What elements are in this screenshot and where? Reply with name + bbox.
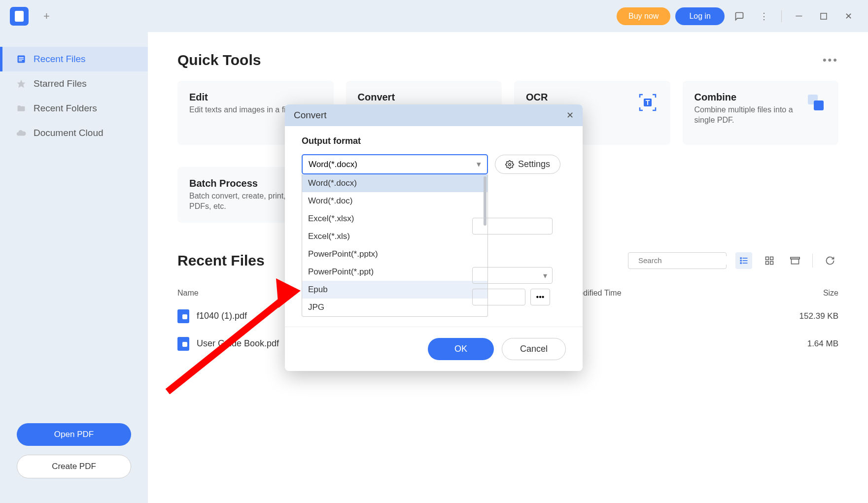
ocr-icon: T <box>637 92 659 113</box>
archive-icon[interactable] <box>787 252 803 269</box>
format-option[interactable]: Excel(*.xls) <box>302 228 487 245</box>
output-path-input[interactable] <box>472 218 553 235</box>
minimize-icon[interactable]: ─ <box>789 6 809 26</box>
more-options-button[interactable]: ••• <box>530 289 550 305</box>
grid-view-icon[interactable] <box>761 252 778 269</box>
svg-point-23 <box>509 163 511 166</box>
ok-button[interactable]: OK <box>428 338 494 360</box>
svg-rect-3 <box>19 59 24 60</box>
sidebar-item-label: Starred Files <box>34 78 87 89</box>
refresh-icon[interactable] <box>822 252 838 269</box>
buy-now-button[interactable]: Buy now <box>617 7 670 25</box>
pdf-file-icon <box>177 337 189 351</box>
recent-files-title: Recent Files <box>177 252 265 269</box>
col-modified: Modified Time <box>572 289 769 298</box>
more-icon[interactable]: ••• <box>823 54 838 67</box>
svg-rect-4 <box>19 61 22 62</box>
sidebar: Recent Files Starred Files Recent Folder… <box>0 32 148 503</box>
settings-label: Settings <box>518 159 550 169</box>
combine-icon <box>805 92 827 113</box>
format-option[interactable]: JPG <box>302 299 487 316</box>
sidebar-item-recent-folders[interactable]: Recent Folders <box>0 96 148 121</box>
sidebar-item-label: Recent Folders <box>34 103 97 114</box>
cloud-icon <box>16 128 27 138</box>
svg-rect-22 <box>792 259 799 264</box>
dialog-title: Convert <box>294 110 327 121</box>
format-select[interactable]: Word(*.docx) ▾ <box>302 154 488 174</box>
sidebar-item-label: Recent Files <box>34 54 86 65</box>
format-selected-value: Word(*.docx) <box>309 160 357 169</box>
file-name-label: f1040 (1).pdf <box>197 311 247 321</box>
file-size: 152.39 KB <box>769 311 838 321</box>
titlebar-right: Buy now Log in ⋮ ─ ✕ <box>617 6 858 26</box>
sidebar-item-document-cloud[interactable]: Document Cloud <box>0 121 148 145</box>
format-option[interactable]: Word(*.docx) <box>302 174 487 192</box>
titlebar-left: + <box>10 7 50 26</box>
svg-rect-21 <box>770 261 773 264</box>
format-option[interactable]: PowerPoint(*.ppt) <box>302 263 487 281</box>
format-dropdown: Word(*.docx) Word(*.doc) Excel(*.xlsx) E… <box>302 174 488 317</box>
search-input[interactable] <box>638 256 732 265</box>
tool-title: Edit <box>189 92 322 103</box>
open-pdf-button[interactable]: Open PDF <box>17 423 131 446</box>
svg-rect-20 <box>766 261 769 264</box>
tool-title: Convert <box>358 92 490 103</box>
search-box[interactable] <box>628 252 727 269</box>
sidebar-item-starred-files[interactable]: Starred Files <box>0 71 148 96</box>
recent-files-icon <box>16 54 27 65</box>
file-size: 1.64 MB <box>769 339 838 349</box>
page-selector[interactable]: ▾ <box>472 267 553 284</box>
file-name-label: User Guide Book.pdf <box>197 338 279 349</box>
dialog-footer: OK Cancel <box>285 327 583 371</box>
comment-icon[interactable] <box>729 6 749 26</box>
svg-rect-2 <box>19 57 24 58</box>
format-option[interactable]: Excel(*.xlsx) <box>302 210 487 228</box>
page-from-input[interactable] <box>472 289 525 305</box>
list-view-icon[interactable] <box>735 252 752 269</box>
format-option[interactable]: PowerPoint(*.pptx) <box>302 245 487 263</box>
output-format-label: Output format <box>302 136 566 146</box>
tool-title: OCR <box>526 92 637 103</box>
svg-rect-19 <box>770 257 773 260</box>
quick-tools-title: Quick Tools <box>177 52 261 68</box>
new-tab-button[interactable]: + <box>43 10 50 23</box>
chevron-down-icon: ▾ <box>477 159 481 169</box>
svg-rect-18 <box>766 257 769 260</box>
chevron-down-icon: ▾ <box>543 271 547 280</box>
create-pdf-button[interactable]: Create PDF <box>17 455 131 478</box>
sidebar-item-label: Document Cloud <box>34 128 104 138</box>
svg-rect-17 <box>743 263 748 264</box>
pdf-file-icon <box>177 309 189 323</box>
tool-title: Combine <box>694 92 805 103</box>
svg-text:T: T <box>645 99 650 106</box>
login-button[interactable]: Log in <box>675 7 725 25</box>
titlebar: + Buy now Log in ⋮ ─ ✕ <box>0 0 868 32</box>
sidebar-item-recent-files[interactable]: Recent Files <box>0 47 148 71</box>
tool-desc: Combine multiple files into a single PDF… <box>694 105 805 126</box>
svg-rect-16 <box>740 262 742 264</box>
settings-button[interactable]: Settings <box>495 155 560 174</box>
more-vertical-icon[interactable]: ⋮ <box>754 6 774 26</box>
svg-rect-12 <box>740 257 742 259</box>
star-icon <box>16 78 27 89</box>
svg-rect-9 <box>814 101 824 110</box>
format-option[interactable]: Word(*.doc) <box>302 192 487 210</box>
divider <box>812 254 813 268</box>
convert-dialog: Convert ✕ Output format Word(*.docx) ▾ S… <box>285 104 583 371</box>
dialog-close-icon[interactable]: ✕ <box>566 110 574 121</box>
svg-rect-0 <box>821 13 827 19</box>
dialog-titlebar: Convert ✕ <box>285 104 583 126</box>
app-logo[interactable] <box>10 7 29 26</box>
gear-icon <box>505 160 514 169</box>
folder-icon <box>16 103 27 114</box>
divider <box>781 10 782 22</box>
close-icon[interactable]: ✕ <box>838 6 858 26</box>
maximize-icon[interactable] <box>814 6 833 26</box>
cancel-button[interactable]: Cancel <box>502 338 566 360</box>
format-option[interactable]: Epub <box>302 281 487 299</box>
tool-card-combine[interactable]: Combine Combine multiple files into a si… <box>683 81 839 145</box>
svg-rect-13 <box>743 258 748 259</box>
col-size: Size <box>769 289 838 298</box>
svg-rect-14 <box>740 260 742 261</box>
svg-rect-15 <box>743 260 748 261</box>
